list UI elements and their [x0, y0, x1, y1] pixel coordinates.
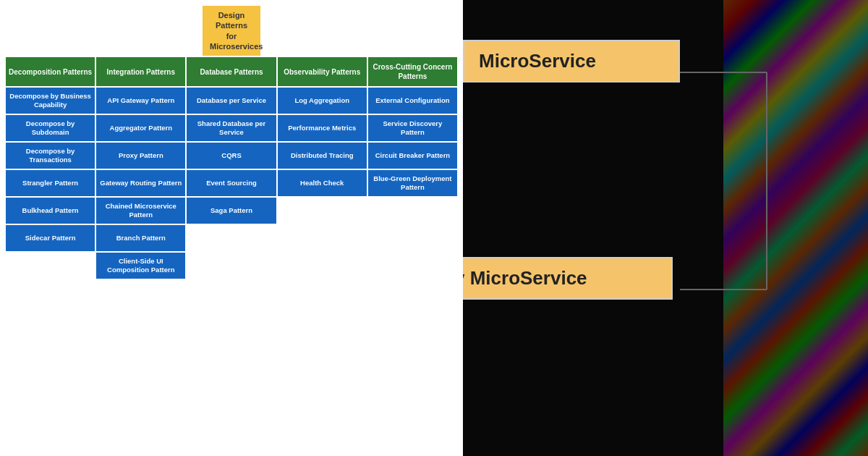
decomp-item-3: Decompose by Transactions: [6, 143, 95, 169]
db-empty-7: [187, 253, 276, 279]
col-header-integration-label: Integration Patterns: [107, 67, 175, 77]
cc-item-2: Service Discovery Pattern: [368, 115, 457, 141]
db-item-5: Saga Pattern: [187, 198, 276, 224]
diagram-container: Design Patterns for Microservices Decomp…: [0, 0, 463, 284]
cc-empty-5: [368, 198, 457, 224]
col-header-observability-label: Observability Patterns: [284, 67, 360, 77]
microservice-label-1: MicroService: [479, 50, 596, 72]
decomp-item-2: Decompose by Subdomain: [6, 115, 95, 141]
headers-row: Decomposition Patterns Integration Patte…: [6, 57, 457, 86]
cc-item-3: Circuit Breaker Pattern: [368, 143, 457, 169]
integ-item-7: Client-Side UI Composition Pattern: [96, 253, 185, 279]
integ-item-2: Aggregator Pattern: [96, 115, 185, 141]
items-row-4: Strangler Pattern Gateway Routing Patter…: [6, 170, 457, 196]
cc-item-1: External Configuration: [368, 88, 457, 114]
root-node: Design Patterns for Microservices: [6, 6, 457, 56]
db-item-3: CQRS: [187, 143, 276, 169]
integ-item-4: Gateway Routing Pattern: [96, 170, 185, 196]
microservice-box-1: MicroService: [463, 40, 680, 83]
col-header-decomposition: Decomposition Patterns: [6, 57, 95, 86]
items-row-3: Decompose by Transactions Proxy Pattern …: [6, 143, 457, 169]
obs-empty-7: [278, 253, 367, 279]
items-row-6: Sidecar Pattern Branch Pattern: [6, 225, 457, 251]
integ-item-6: Branch Pattern: [96, 225, 185, 251]
integ-item-5: Chained Microservice Pattern: [96, 198, 185, 224]
db-empty-6: [187, 225, 276, 251]
col-header-crosscutting-label: Cross-Cutting Concern Patterns: [371, 62, 454, 81]
items-row-1: Decompose by Business Capability API Gat…: [6, 88, 457, 114]
decomp-item-5: Bulkhead Pattern: [6, 198, 95, 224]
obs-empty-5: [278, 198, 367, 224]
right-panel: MicroService ory MicroService: [463, 0, 868, 456]
decomp-item-1: Decompose by Business Capability: [6, 88, 95, 114]
db-item-2: Shared Database per Service: [187, 115, 276, 141]
col-header-database-label: Database Patterns: [200, 67, 263, 77]
items-row-2: Decompose by Subdomain Aggregator Patter…: [6, 115, 457, 141]
cc-empty-7: [368, 253, 457, 279]
microservice-box-2: ory MicroService: [463, 257, 673, 300]
decomp-item-6: Sidecar Pattern: [6, 225, 95, 251]
col-header-database: Database Patterns: [187, 57, 276, 86]
db-item-1: Database per Service: [187, 88, 276, 114]
root-box: Design Patterns for Microservices: [203, 6, 260, 56]
decomp-empty-7: [6, 253, 95, 279]
obs-item-3: Distributed Tracing: [278, 143, 367, 169]
diagram-panel: Design Patterns for Microservices Decomp…: [0, 0, 463, 456]
db-item-4: Event Sourcing: [187, 170, 276, 196]
cc-empty-6: [368, 225, 457, 251]
items-row-7: Client-Side UI Composition Pattern: [6, 253, 457, 279]
col-header-crosscutting: Cross-Cutting Concern Patterns: [368, 57, 457, 86]
obs-item-2: Performance Metrics: [278, 115, 367, 141]
col-header-decomposition-label: Decomposition Patterns: [9, 67, 92, 77]
cc-item-4: Blue-Green Deployment Pattern: [368, 170, 457, 196]
integ-item-3: Proxy Pattern: [96, 143, 185, 169]
items-row-5: Bulkhead Pattern Chained Microservice Pa…: [6, 198, 457, 224]
col-header-integration: Integration Patterns: [96, 57, 185, 86]
obs-item-1: Log Aggregation: [278, 88, 367, 114]
root-label: Design Patterns for Microservices: [210, 11, 263, 51]
integ-item-1: API Gateway Pattern: [96, 88, 185, 114]
obs-item-4: Health Check: [278, 170, 367, 196]
obs-empty-6: [278, 225, 367, 251]
col-header-observability: Observability Patterns: [278, 57, 367, 86]
microservice-label-2: ory MicroService: [463, 267, 587, 289]
decomp-item-4: Strangler Pattern: [6, 170, 95, 196]
